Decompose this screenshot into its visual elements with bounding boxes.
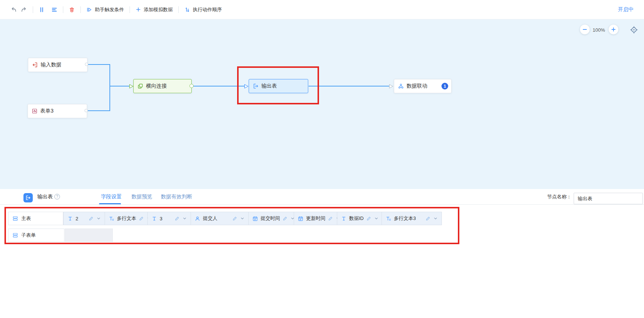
field-chip[interactable]: 2 — [64, 212, 105, 225]
edit-pencil-icon[interactable] — [283, 216, 288, 221]
edit-pencil-icon[interactable] — [425, 216, 431, 221]
undo-icon[interactable] — [10, 6, 17, 13]
form-node-icon — [32, 108, 38, 114]
field-chip[interactable]: 多行文本 — [105, 212, 148, 225]
locate-icon[interactable] — [630, 26, 638, 34]
output-node-icon — [253, 83, 259, 89]
toolbar-divider — [63, 6, 63, 13]
field-name: 2 — [76, 216, 78, 221]
input-port-triangle[interactable] — [244, 84, 249, 89]
panel-title: 输出表 — [37, 189, 53, 204]
node-label: 数据联动 — [407, 83, 427, 89]
trash-icon[interactable] — [69, 7, 75, 13]
row-label-sub-form[interactable]: 子表单 — [8, 229, 64, 242]
chevron-down-icon[interactable] — [374, 216, 379, 221]
table-icon — [12, 232, 18, 238]
minus-icon — [582, 27, 587, 32]
edge — [109, 64, 110, 111]
add-mock-data-label: 添加模拟数据 — [144, 6, 173, 13]
field-chip[interactable]: 数据ID — [337, 212, 382, 225]
linkage-node-icon — [398, 83, 404, 89]
field-name: 提交人 — [203, 215, 217, 222]
node-label: 输出表 — [261, 83, 277, 89]
node-name-input[interactable] — [574, 193, 643, 204]
input-node-icon — [32, 62, 38, 68]
node-name-label: 节点名称： — [547, 189, 571, 204]
field-name: 多行文本3 — [394, 215, 416, 222]
order-icon — [184, 7, 190, 13]
empty-field-slot[interactable] — [65, 229, 113, 242]
field-name: 更新时间 — [306, 215, 325, 222]
row-label-main-table[interactable]: 主表 — [8, 212, 63, 225]
edge — [309, 86, 389, 86]
chevron-down-icon[interactable] — [96, 216, 101, 221]
field-chip[interactable]: 多行文本3 — [382, 212, 441, 225]
add-mock-data-button[interactable]: 添加模拟数据 — [136, 6, 173, 13]
tab-data-validity[interactable]: 数据有效判断 — [161, 189, 192, 204]
input-port-triangle[interactable] — [389, 84, 393, 89]
field-name: 提交时间 — [261, 215, 280, 222]
tab-field-settings[interactable]: 字段设置 — [101, 189, 122, 204]
node-horizontal-join[interactable]: 横向连接 — [133, 79, 192, 93]
edit-pencil-icon[interactable] — [139, 216, 144, 221]
node-label: 输入数据 — [41, 62, 61, 68]
date-field-icon — [252, 216, 258, 221]
help-icon[interactable]: ? — [54, 194, 60, 199]
node-form3[interactable]: 表单3 — [28, 104, 87, 118]
align-rows-icon[interactable] — [51, 7, 57, 13]
redo-icon[interactable] — [21, 6, 27, 13]
edge — [87, 64, 110, 65]
field-chip[interactable]: 提交人 — [191, 212, 249, 225]
edit-pencil-icon[interactable] — [89, 216, 94, 221]
field-name: 多行文本 — [117, 215, 136, 222]
output-table-icon — [23, 193, 33, 202]
user-field-icon — [195, 216, 200, 221]
chevron-down-icon[interactable] — [433, 216, 438, 221]
toolbar-divider — [178, 6, 179, 13]
zoom-level: 100% — [593, 27, 605, 33]
node-input-data[interactable]: 输入数据 — [28, 58, 87, 72]
flow-canvas[interactable]: 输入数据 表单3 横向连接 输出表 数据联动 1 10 — [0, 19, 644, 189]
row-label-text: 主表 — [21, 215, 31, 222]
toolbar-divider — [80, 6, 81, 13]
plus-icon — [136, 7, 141, 12]
zoom-out-button[interactable] — [580, 25, 590, 34]
edit-pencil-icon[interactable] — [366, 216, 372, 221]
tab-data-preview[interactable]: 数据预览 — [131, 189, 152, 204]
action-order-button[interactable]: 执行动作顺序 — [184, 6, 222, 13]
workflow-editor: 助手触发条件 添加模拟数据 执行动作顺序 开启中 输入数据 表单3 — [0, 0, 644, 318]
toolbar: 助手触发条件 添加模拟数据 执行动作顺序 开启中 — [0, 0, 644, 19]
node-output-table[interactable]: 输出表 — [249, 79, 308, 93]
align-columns-icon[interactable] — [39, 7, 45, 13]
output-port[interactable] — [85, 109, 88, 112]
textarea-field-icon — [386, 216, 391, 221]
table-icon — [12, 215, 18, 221]
join-node-icon — [137, 83, 143, 89]
text-field-icon — [341, 216, 347, 221]
panel-header: 输出表 ? 字段设置 数据预览 数据有效判断 节点名称： — [0, 189, 644, 204]
output-port[interactable] — [189, 84, 194, 88]
chevron-down-icon[interactable] — [240, 216, 245, 221]
output-port[interactable] — [85, 63, 88, 66]
field-chip[interactable]: 提交时间 — [249, 212, 294, 225]
edit-pencil-icon[interactable] — [175, 216, 180, 221]
field-chip[interactable]: 更新时间 — [294, 212, 337, 225]
trigger-play-icon — [86, 7, 92, 13]
text-field-icon — [67, 216, 73, 221]
field-chip-row: 2 多行文本 3 提交人 提交时间 — [63, 212, 442, 225]
trigger-condition-button[interactable]: 助手触发条件 — [86, 6, 124, 13]
date-field-icon — [298, 216, 303, 221]
edit-pencil-icon[interactable] — [232, 216, 237, 221]
status-toggle-link[interactable]: 开启中 — [618, 6, 634, 13]
action-order-label: 执行动作顺序 — [193, 6, 222, 13]
row-label-text: 子表单 — [21, 232, 36, 239]
plus-icon — [611, 27, 616, 32]
edge — [192, 86, 245, 86]
textarea-field-icon — [109, 216, 114, 221]
edge — [87, 110, 110, 111]
node-label: 横向连接 — [146, 83, 167, 89]
chevron-down-icon[interactable] — [182, 216, 187, 221]
zoom-in-button[interactable] — [609, 25, 618, 34]
edit-pencil-icon[interactable] — [328, 216, 333, 221]
field-chip[interactable]: 3 — [148, 212, 191, 225]
